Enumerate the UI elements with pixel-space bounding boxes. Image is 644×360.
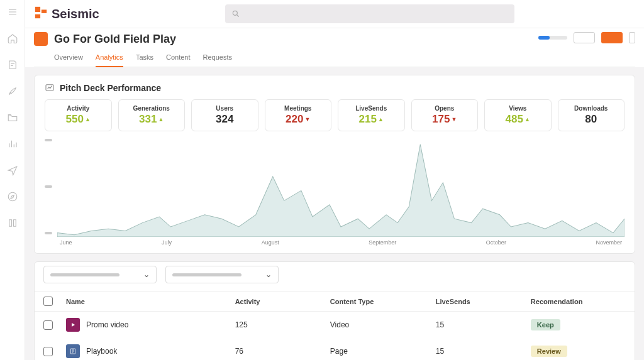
x-tick: July bbox=[162, 239, 172, 246]
page-icon bbox=[66, 344, 80, 358]
col-header-recommendation: Recomendation bbox=[531, 298, 626, 305]
metric-value: 175▼ bbox=[432, 113, 457, 126]
metrics-row: Activity550▲Generations331▲Users324Meeti… bbox=[45, 99, 625, 131]
metric-activity[interactable]: Activity550▲ bbox=[45, 99, 112, 131]
metric-label: Users bbox=[196, 105, 254, 112]
metric-downloads[interactable]: Downloads80 bbox=[558, 99, 625, 131]
metric-value: 331▲ bbox=[139, 113, 164, 126]
metric-generations[interactable]: Generations331▲ bbox=[118, 99, 186, 131]
row-activity: 76 bbox=[235, 347, 330, 356]
row-checkbox[interactable] bbox=[43, 347, 53, 356]
header-toggle-2[interactable] bbox=[601, 32, 623, 43]
tab-requests[interactable]: Requests bbox=[203, 50, 232, 67]
metric-label: Opens bbox=[416, 105, 474, 112]
trend-up-icon: ▲ bbox=[85, 116, 91, 123]
select-all-checkbox[interactable] bbox=[43, 297, 53, 306]
folder-icon[interactable] bbox=[7, 112, 18, 123]
tab-content[interactable]: Content bbox=[166, 50, 191, 67]
metric-label: Generations bbox=[123, 105, 181, 112]
trend-up-icon: ▲ bbox=[378, 116, 384, 123]
metric-users[interactable]: Users324 bbox=[191, 99, 258, 131]
trend-up-icon: ▲ bbox=[525, 116, 530, 123]
row-checkbox[interactable] bbox=[43, 320, 53, 330]
filter-dropdown-1[interactable]: ⌄ bbox=[43, 266, 157, 283]
search-icon bbox=[231, 9, 240, 18]
svg-rect-2 bbox=[42, 9, 47, 13]
tab-bar: OverviewAnalyticsTasksContentRequests bbox=[34, 50, 635, 67]
x-tick: August bbox=[262, 239, 279, 246]
metric-opens[interactable]: Opens175▼ bbox=[411, 99, 479, 131]
col-header-livesends: LiveSends bbox=[436, 298, 531, 305]
table-row[interactable]: Promo video125Video15Keep bbox=[35, 312, 635, 338]
x-tick: October bbox=[486, 239, 506, 246]
home-icon[interactable] bbox=[7, 33, 18, 44]
chart-y-ticks bbox=[45, 136, 57, 246]
top-bar: Seismic bbox=[25, 0, 644, 28]
row-name: Promo video bbox=[86, 320, 128, 329]
row-livesends: 15 bbox=[436, 347, 531, 356]
left-nav-rail bbox=[0, 0, 25, 360]
table-header-row: Name Activity Content Type LiveSends Rec… bbox=[35, 291, 635, 312]
tab-tasks[interactable]: Tasks bbox=[136, 50, 153, 67]
performance-icon bbox=[45, 83, 55, 93]
chart-x-axis: JuneJulyAugustSeptemberOctoberNovember bbox=[57, 237, 625, 246]
page-header: Go For Gold Field Play OverviewAnalytics… bbox=[25, 28, 644, 67]
header-controls bbox=[538, 32, 635, 43]
search-input[interactable] bbox=[225, 4, 514, 23]
recommendation-badge: Keep bbox=[531, 319, 560, 330]
row-type: Video bbox=[330, 320, 436, 329]
tab-overview[interactable]: Overview bbox=[54, 50, 83, 67]
trend-down-icon: ▼ bbox=[451, 116, 457, 123]
metric-value: 215▲ bbox=[359, 113, 384, 126]
metric-meetings[interactable]: Meetings220▼ bbox=[265, 99, 332, 131]
trend-down-icon: ▼ bbox=[304, 116, 310, 123]
row-activity: 125 bbox=[235, 320, 330, 329]
recommendation-badge: Review bbox=[531, 346, 567, 357]
x-tick: June bbox=[60, 239, 72, 246]
brand-name: Seismic bbox=[52, 7, 99, 21]
library-icon[interactable] bbox=[7, 217, 18, 229]
metric-views[interactable]: Views485▲ bbox=[484, 99, 552, 131]
row-livesends: 15 bbox=[436, 320, 531, 329]
metric-value: 80 bbox=[585, 113, 597, 126]
metric-value: 485▲ bbox=[506, 113, 530, 126]
rocket-icon[interactable] bbox=[7, 85, 18, 97]
metric-livesends[interactable]: LiveSends215▲ bbox=[338, 99, 405, 131]
tab-analytics[interactable]: Analytics bbox=[96, 50, 123, 67]
metric-label: Activity bbox=[49, 105, 108, 112]
send-icon[interactable] bbox=[7, 165, 18, 176]
col-header-name: Name bbox=[66, 298, 235, 305]
chart-icon[interactable] bbox=[7, 138, 18, 150]
svg-rect-1 bbox=[35, 7, 40, 12]
col-header-type: Content Type bbox=[330, 298, 436, 305]
row-name: Playbook bbox=[86, 347, 117, 356]
area-chart-svg bbox=[57, 136, 625, 237]
page-title: Go For Gold Field Play bbox=[54, 33, 176, 46]
video-icon bbox=[66, 318, 80, 332]
metric-label: LiveSends bbox=[342, 105, 401, 112]
header-toggle-1[interactable] bbox=[574, 32, 595, 43]
content-table-card: ⌄ ⌄ Name Activity Content Type LiveSends… bbox=[34, 261, 635, 360]
col-header-activity: Activity bbox=[235, 298, 330, 305]
filter-dropdown-2[interactable]: ⌄ bbox=[165, 266, 279, 283]
metric-value: 220▼ bbox=[286, 113, 310, 126]
chevron-down-icon: ⌄ bbox=[265, 270, 272, 279]
performance-chart: JuneJulyAugustSeptemberOctoberNovember bbox=[45, 136, 625, 246]
table-row[interactable]: Playbook76Page15Review bbox=[35, 338, 635, 360]
progress-indicator bbox=[538, 36, 567, 40]
compass-icon[interactable] bbox=[7, 191, 18, 202]
metric-value: 550▲ bbox=[66, 113, 91, 126]
x-tick: November bbox=[596, 239, 622, 246]
performance-card: Pitch Deck Performance Activity550▲Gener… bbox=[34, 75, 635, 254]
metric-label: Views bbox=[489, 105, 547, 112]
metric-label: Downloads bbox=[562, 105, 621, 112]
menu-icon[interactable] bbox=[7, 6, 18, 18]
x-tick: September bbox=[369, 239, 396, 246]
note-icon[interactable] bbox=[7, 59, 18, 70]
brand-logo-icon bbox=[34, 6, 48, 22]
metric-value: 324 bbox=[216, 113, 233, 126]
header-toggle-3[interactable] bbox=[629, 32, 635, 43]
svg-point-4 bbox=[233, 11, 237, 15]
performance-title: Pitch Deck Performance bbox=[60, 83, 161, 93]
chevron-down-icon: ⌄ bbox=[143, 270, 150, 279]
